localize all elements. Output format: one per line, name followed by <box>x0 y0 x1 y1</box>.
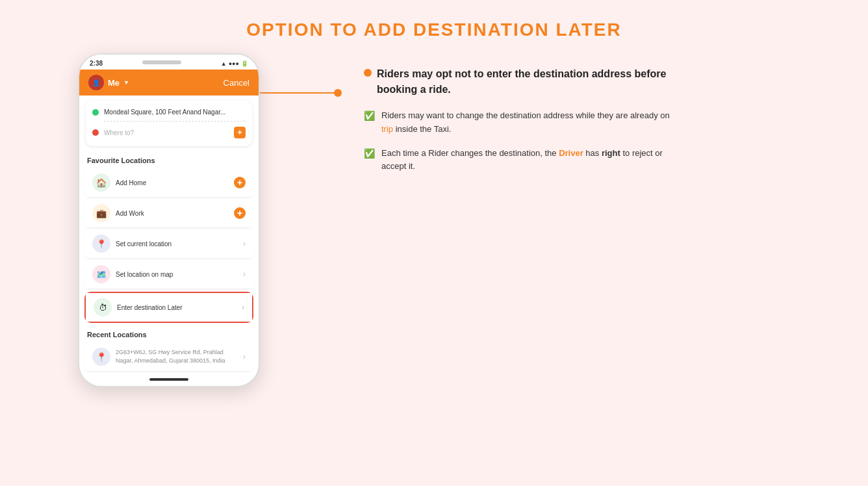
status-icons: ▲ ●●● 🔋 <box>221 60 248 67</box>
sub-point-2-text: Each time a Rider changes the destinatio… <box>381 147 676 174</box>
set-map-label: Set location on map <box>116 271 238 278</box>
trip-highlight: trip <box>381 124 393 134</box>
app-header: 👤 Me ▼ Cancel <box>79 70 259 96</box>
add-work-label: Add Work <box>116 210 229 217</box>
recent-location-item[interactable]: 📍 2G63+W6J, SG Hwy Service Rd, Prahlad N… <box>84 342 253 372</box>
add-work-item[interactable]: 💼 Add Work + <box>84 199 253 228</box>
main-description-container: Riders may opt not to enter the destinat… <box>364 66 676 97</box>
chevron-right-icon: › <box>243 270 246 279</box>
home-icon: 🏠 <box>92 173 110 192</box>
page-title: OPTION TO ADD DESTINATION LATER <box>246 19 621 40</box>
chevron-right-icon: › <box>243 239 246 248</box>
status-bar: 2:38 ▲ ●●● 🔋 <box>79 55 259 70</box>
signal-icon: ●●● <box>229 60 239 67</box>
list-item: 💼 Add Work + <box>84 199 253 228</box>
favourite-section-title: Favourite Locations <box>79 151 259 167</box>
dropdown-icon: ▼ <box>123 79 129 86</box>
connector-line-wrapper <box>260 92 338 94</box>
chevron-right-icon: › <box>243 352 246 361</box>
connector <box>260 92 338 94</box>
user-name: Me <box>108 78 120 88</box>
work-icon: 💼 <box>92 204 110 222</box>
chevron-right-icon: › <box>242 303 244 312</box>
check-icon-2: ✅ <box>364 148 375 159</box>
battery-icon: 🔋 <box>241 60 248 67</box>
add-work-button[interactable]: + <box>234 207 246 219</box>
add-home-item[interactable]: 🏠 Add Home + <box>84 168 253 198</box>
main-content: 2:38 ▲ ●●● 🔋 👤 Me ▼ Cancel Mondeal Squar… <box>0 40 868 400</box>
search-divider <box>104 121 246 122</box>
connector-line <box>260 92 338 94</box>
origin-row: Mondeal Square, 100 Feet Anand Nagar... <box>92 106 246 118</box>
wifi-icon: ▲ <box>221 60 227 67</box>
recent-location-icon: 📍 <box>92 348 110 366</box>
set-map-location-item[interactable]: 🗺️ Set location on map › <box>84 260 253 289</box>
right-panel: Riders may opt not to enter the destinat… <box>338 53 702 197</box>
connector-endpoint <box>334 89 342 97</box>
list-item: 📍 Set current location › <box>84 229 253 259</box>
destination-later-icon: ⏱ <box>94 298 112 316</box>
enter-destination-later-label: Enter destination Later <box>117 304 236 311</box>
origin-dot <box>92 109 99 116</box>
driver-highlight: Driver <box>559 148 583 158</box>
recent-location-text: 2G63+W6J, SG Hwy Service Rd, Prahlad Nag… <box>116 348 238 364</box>
destination-dot <box>92 129 99 136</box>
destination-placeholder: Where to? <box>104 129 229 136</box>
sub-point-1: ✅ Riders may want to change the destinat… <box>364 109 676 136</box>
add-home-button[interactable]: + <box>234 177 246 188</box>
phone-mockup: 2:38 ▲ ●●● 🔋 👤 Me ▼ Cancel Mondeal Squar… <box>78 53 260 387</box>
set-current-label: Set current location <box>116 240 238 248</box>
right-text: right <box>602 148 620 158</box>
user-section[interactable]: 👤 Me ▼ <box>88 75 129 90</box>
set-current-location-item[interactable]: 📍 Set current location › <box>84 229 253 259</box>
sub-point-2: ✅ Each time a Rider changes the destinat… <box>364 147 676 174</box>
cancel-button[interactable]: Cancel <box>223 78 249 88</box>
list-item: 🗺️ Set location on map › <box>84 260 253 289</box>
origin-text: Mondeal Square, 100 Feet Anand Nagar... <box>104 109 246 116</box>
time-display: 2:38 <box>90 60 103 67</box>
current-location-icon: 📍 <box>92 235 110 253</box>
list-item: 🏠 Add Home + <box>84 168 253 198</box>
search-box: Mondeal Square, 100 Feet Anand Nagar... … <box>86 101 252 146</box>
add-home-label: Add Home <box>116 179 229 186</box>
home-bar <box>149 378 188 381</box>
list-item: 📍 2G63+W6J, SG Hwy Service Rd, Prahlad N… <box>84 342 253 372</box>
check-icon-1: ✅ <box>364 110 375 121</box>
map-icon: 🗺️ <box>92 265 110 283</box>
main-description: Riders may opt not to enter the destinat… <box>364 66 676 97</box>
notch <box>142 60 181 64</box>
enter-destination-later-wrapper: ⏱ Enter destination Later › <box>84 292 253 323</box>
avatar: 👤 <box>88 75 104 90</box>
home-indicator <box>79 373 259 386</box>
add-destination-button[interactable]: + <box>234 127 246 138</box>
sub-point-1-text: Riders may want to change the destinatio… <box>381 109 676 136</box>
recent-section-title: Recent Locations <box>79 326 259 341</box>
enter-destination-later-item[interactable]: ⏱ Enter destination Later › <box>86 293 252 322</box>
destination-row[interactable]: Where to? + <box>92 124 246 141</box>
